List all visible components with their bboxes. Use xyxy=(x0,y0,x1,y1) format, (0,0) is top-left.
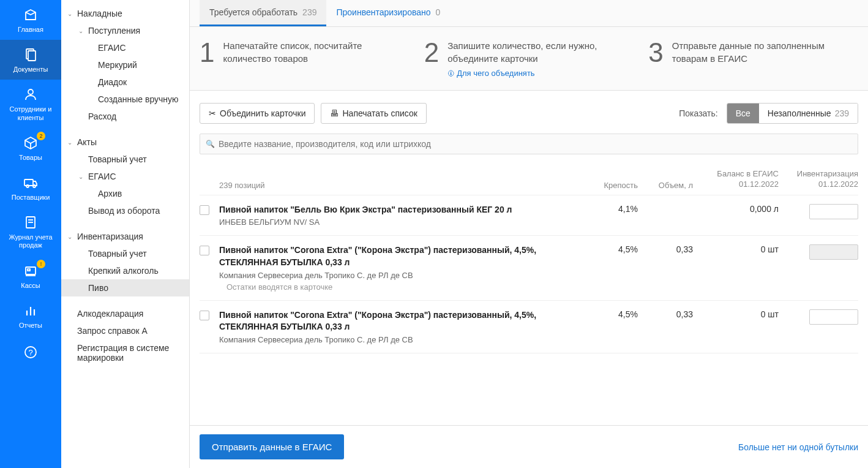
tab[interactable]: Проинвентаризировано0 xyxy=(326,0,450,26)
merge-label: Объединить карточки xyxy=(220,108,305,118)
row-checkbox[interactable] xyxy=(200,311,209,320)
tree-item[interactable]: Регистрация в системе маркировки xyxy=(61,339,189,366)
filter-unfilled-button[interactable]: Незаполненные 239 xyxy=(759,104,858,123)
cell-balance: 0 шт xyxy=(693,309,779,319)
tree-item[interactable]: Алкодекларация xyxy=(61,305,189,322)
rail-pos[interactable]: Кассы! xyxy=(0,256,61,296)
tree-label: Расход xyxy=(88,111,116,121)
step-text: Отправьте данные по заполненным товарам … xyxy=(672,39,858,65)
table-row: Пивной напиток "Corona Extra" ("Корона Э… xyxy=(200,236,858,300)
svg-rect-3 xyxy=(24,179,33,186)
step-number: 3 xyxy=(648,39,663,78)
step-text: Напечатайте список, посчитайте количеств… xyxy=(223,39,409,65)
filter-segment: Все Незаполненные 239 xyxy=(727,103,858,124)
search-input[interactable] xyxy=(200,134,858,154)
tab-count: 0 xyxy=(436,7,441,17)
cell-balance: 0 шт xyxy=(693,244,779,254)
tree-label: Вывод из оборота xyxy=(88,206,160,216)
rail-docs[interactable]: Документы xyxy=(0,40,61,80)
tree-label: Меркурий xyxy=(98,60,137,70)
chevron-down-icon: ⌄ xyxy=(78,28,87,34)
inventory-input[interactable] xyxy=(809,204,858,219)
toolbar: ✂ Объединить карточки 🖶 Напечатать списо… xyxy=(190,91,868,130)
tab-label: Требуется обработать xyxy=(209,7,297,17)
submit-egais-button[interactable]: Отправить данные в ЕГАИС xyxy=(200,434,344,459)
rail-label: Документы xyxy=(13,66,48,74)
steps-panel: 1Напечатайте список, посчитайте количест… xyxy=(190,27,868,91)
cell-volume: 0,33 xyxy=(638,309,693,319)
tree-label: Алкодекларация xyxy=(77,309,143,319)
tree-item[interactable]: Вывод из оборота xyxy=(61,202,189,219)
tree-label: ЕГАИС xyxy=(88,172,116,181)
home-icon xyxy=(22,6,39,23)
tree-item[interactable]: Крепкий алкоголь xyxy=(61,262,189,279)
tree-item[interactable]: Товарный учет xyxy=(61,151,189,168)
table-row: Пивной напиток "Белль Вю Крик Экстра" па… xyxy=(200,195,858,236)
th-count: 239 позиций xyxy=(219,181,583,190)
rail-help[interactable]: ? xyxy=(0,336,61,371)
tree-item[interactable]: ⌄Акты xyxy=(61,134,189,151)
th-inventory: Инвентаризация 01.12.2022 xyxy=(779,169,858,190)
step-help-link[interactable]: 🛈Для чего объединять xyxy=(447,69,634,78)
rail-people[interactable]: Сотрудники и клиенты xyxy=(0,80,61,127)
tree-item[interactable]: Расход xyxy=(61,108,189,125)
row-checkbox[interactable] xyxy=(200,246,209,255)
inventory-input[interactable] xyxy=(809,309,858,325)
tree-item[interactable]: ⌄Инвентаризация xyxy=(61,228,189,245)
filter-all-label: Все xyxy=(736,108,750,118)
tree-label: Накладные xyxy=(77,9,122,18)
tree-label: Регистрация в системе маркировки xyxy=(77,343,183,363)
tab-label: Проинвентаризировано xyxy=(336,7,430,17)
svg-point-2 xyxy=(28,89,33,94)
item-producer: Компания Сервесериа дель Тропико С. де Р… xyxy=(219,335,583,344)
cell-strength: 4,5% xyxy=(583,309,638,319)
th-strength: Крепость xyxy=(583,181,638,190)
sidebar-tree: ⌄Накладные⌄ПоступленияЕГАИСМеркурийДиадо… xyxy=(61,0,190,468)
filter-all-button[interactable]: Все xyxy=(727,104,759,123)
tree-item[interactable]: Запрос справок А xyxy=(61,322,189,339)
tabs: Требуется обработать239Проинвентаризиров… xyxy=(190,0,868,27)
items-table: 239 позиций Крепость Объем, л Баланс в Е… xyxy=(190,164,868,425)
chevron-down-icon: ⌄ xyxy=(67,139,76,146)
left-rail: ГлавнаяДокументыСотрудники и клиентыТова… xyxy=(0,0,61,468)
tree-item[interactable]: ⌄ЕГАИС xyxy=(61,168,189,185)
step-text: Запишите количество, если нужно, объедин… xyxy=(447,39,634,65)
footer: Отправить данные в ЕГАИС Больше нет ни о… xyxy=(190,425,868,468)
tree-item[interactable]: ЕГАИС xyxy=(61,39,189,56)
rail-label: Товары xyxy=(19,154,42,162)
th-volume: Объем, л xyxy=(638,181,693,190)
tree-item[interactable]: Архив xyxy=(61,185,189,202)
rail-home[interactable]: Главная xyxy=(0,0,61,40)
item-producer: ИНБЕВ БЕЛЬГИУМ NV/ SA xyxy=(219,217,583,227)
step: 2Запишите количество, если нужно, объеди… xyxy=(424,39,634,78)
row-checkbox[interactable] xyxy=(200,205,209,215)
rail-reports[interactable]: Отчеты xyxy=(0,296,61,336)
step: 3Отправьте данные по заполненным товарам… xyxy=(648,39,858,78)
tree-label: Товарный учет xyxy=(88,249,147,259)
badge: 2 xyxy=(37,132,45,140)
tree-item[interactable]: Меркурий xyxy=(61,56,189,74)
row-note: Остатки вводятся в карточке xyxy=(226,282,583,292)
print-list-button[interactable]: 🖶 Напечатать список xyxy=(321,103,426,124)
tree-item[interactable]: Диадок xyxy=(61,74,189,91)
rail-goods[interactable]: Товары2 xyxy=(0,128,61,168)
rail-salesjournal[interactable]: Журнал учета продаж xyxy=(0,208,61,255)
tree-item[interactable]: Пиво xyxy=(61,279,189,296)
question-icon: 🛈 xyxy=(447,70,454,77)
tree-item[interactable]: Товарный учет xyxy=(61,245,189,262)
cell-balance: 0,000 л xyxy=(693,204,779,214)
tab[interactable]: Требуется обработать239 xyxy=(200,0,326,26)
tree-item[interactable]: Созданные вручную xyxy=(61,91,189,108)
tree-label: Крепкий алкоголь xyxy=(88,266,159,276)
suppliers-icon xyxy=(22,174,39,191)
chevron-down-icon: ⌄ xyxy=(67,10,76,17)
step-number: 1 xyxy=(200,39,214,78)
table-header: 239 позиций Крепость Объем, л Баланс в Е… xyxy=(200,164,858,195)
chevron-down-icon: ⌄ xyxy=(67,233,76,240)
tree-item[interactable]: ⌄Накладные xyxy=(61,5,189,22)
no-more-bottles-link[interactable]: Больше нет ни одной бутылки xyxy=(738,442,858,452)
rail-suppliers[interactable]: Поставщики xyxy=(0,168,61,208)
merge-cards-button[interactable]: ✂ Объединить карточки xyxy=(200,103,315,124)
tree-item[interactable]: ⌄Поступления xyxy=(61,22,189,39)
print-icon: 🖶 xyxy=(330,108,339,118)
